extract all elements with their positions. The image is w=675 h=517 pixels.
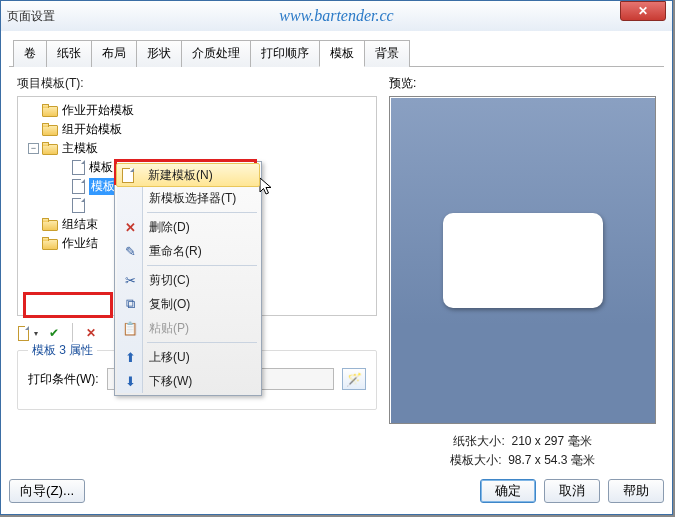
ctx-template-picker[interactable]: 新模板选择器(T) xyxy=(117,186,259,210)
arrow-down-icon: ⬇ xyxy=(122,373,138,389)
right-panel: 预览: 纸张大小: 210 x 297 毫米 模板大小: 98.7 x 54.3… xyxy=(389,75,656,474)
tree-node-label: 模板 xyxy=(89,178,117,195)
check-icon: ✔ xyxy=(49,326,59,340)
folder-icon xyxy=(42,104,58,117)
properties-title: 模板 3 属性 xyxy=(28,342,97,359)
tab-layout[interactable]: 布局 xyxy=(91,40,137,67)
dialog-window: 页面设置 www.bartender.cc ✕ 卷 纸张 布局 形状 介质处理 … xyxy=(0,0,673,515)
ctx-move-down[interactable]: ⬇ 下移(W) xyxy=(117,369,259,393)
tab-shape[interactable]: 形状 xyxy=(136,40,182,67)
dialog-button-bar: 向导(Z)... 确定 取消 帮助 xyxy=(9,476,664,506)
ctx-cut[interactable]: ✂ 剪切(C) xyxy=(117,268,259,292)
tree-node-label: 组结束 xyxy=(62,216,98,233)
copy-icon: ⧉ xyxy=(122,296,138,312)
tree-node-group-start[interactable]: 组开始模板 xyxy=(20,120,374,138)
print-condition-label: 打印条件(W): xyxy=(28,371,99,388)
ctx-item-label: 剪切(C) xyxy=(149,272,190,289)
wizard-button[interactable]: 向导(Z)... xyxy=(9,479,85,503)
ctx-delete[interactable]: ✕ 删除(D) xyxy=(117,215,259,239)
context-menu: 新建模板(N) 新模板选择器(T) ✕ 删除(D) ✎ 重命名(R) ✂ 剪切(… xyxy=(114,161,262,396)
menu-separator xyxy=(147,342,257,343)
tab-media[interactable]: 介质处理 xyxy=(181,40,251,67)
delete-button[interactable]: ✕ xyxy=(80,322,102,344)
ctx-item-label: 新模板选择器(T) xyxy=(149,190,236,207)
tab-roll[interactable]: 卷 xyxy=(13,40,47,67)
client-area: 卷 纸张 布局 形状 介质处理 打印顺序 模板 背景 项目模板(T): 作业开始… xyxy=(9,35,664,470)
paper-size-label: 纸张大小: xyxy=(453,434,504,448)
ctx-item-label: 复制(O) xyxy=(149,296,190,313)
condition-wizard-button[interactable]: 🪄 xyxy=(342,368,366,390)
ctx-move-up[interactable]: ⬆ 上移(U) xyxy=(117,345,259,369)
delete-icon: ✕ xyxy=(86,326,96,340)
template-size-label: 模板大小: xyxy=(450,453,501,467)
ctx-new-template[interactable]: 新建模板(N) xyxy=(116,163,260,187)
ctx-rename[interactable]: ✎ 重命名(R) xyxy=(117,239,259,263)
folder-icon xyxy=(42,123,58,136)
new-document-icon xyxy=(18,326,29,341)
preview-area xyxy=(389,96,656,424)
folder-icon xyxy=(42,218,58,231)
rename-icon: ✎ xyxy=(122,243,138,259)
folder-open-icon xyxy=(42,142,58,155)
paper-size-row: 纸张大小: 210 x 297 毫米 xyxy=(389,432,656,451)
clipboard-icon: 📋 xyxy=(122,320,138,336)
document-icon xyxy=(72,160,85,175)
close-button[interactable]: ✕ xyxy=(620,1,666,21)
ctx-item-label: 删除(D) xyxy=(149,219,190,236)
tab-printorder[interactable]: 打印顺序 xyxy=(250,40,320,67)
collapse-icon[interactable]: − xyxy=(28,143,39,154)
ctx-item-label: 重命名(R) xyxy=(149,243,202,260)
cancel-button[interactable]: 取消 xyxy=(544,479,600,503)
ctx-item-label: 新建模板(N) xyxy=(148,167,213,184)
tree-node-label: 组开始模板 xyxy=(62,121,122,138)
template-size-value: 98.7 x 54.3 毫米 xyxy=(508,453,595,467)
tree-node-job-start[interactable]: 作业开始模板 xyxy=(20,101,374,119)
ctx-item-label: 下移(W) xyxy=(149,373,192,390)
watermark-url: www.bartender.cc xyxy=(279,7,393,25)
ok-button[interactable]: 确定 xyxy=(480,479,536,503)
ctx-item-label: 上移(U) xyxy=(149,349,190,366)
tab-template[interactable]: 模板 xyxy=(319,40,365,67)
folder-icon xyxy=(42,237,58,250)
delete-icon: ✕ xyxy=(122,219,138,235)
menu-separator xyxy=(147,212,257,213)
chevron-down-icon: ▾ xyxy=(34,329,38,338)
new-document-icon xyxy=(122,167,138,183)
tab-content: 项目模板(T): 作业开始模板 组开始模板 − 主模板 xyxy=(9,67,664,474)
wand-icon: 🪄 xyxy=(346,372,362,387)
ctx-paste: 📋 粘贴(P) xyxy=(117,316,259,340)
ctx-copy[interactable]: ⧉ 复制(O) xyxy=(117,292,259,316)
template-preview-card xyxy=(443,213,603,308)
tab-bar: 卷 纸张 布局 形状 介质处理 打印顺序 模板 背景 xyxy=(9,35,664,67)
preview-info: 纸张大小: 210 x 297 毫米 模板大小: 98.7 x 54.3 毫米 xyxy=(389,432,656,470)
tree-label: 项目模板(T): xyxy=(17,75,377,92)
menu-separator xyxy=(147,265,257,266)
preview-label: 预览: xyxy=(389,75,656,92)
window-title: 页面设置 xyxy=(7,8,55,25)
paper-size-value: 210 x 297 毫米 xyxy=(511,434,591,448)
close-icon: ✕ xyxy=(638,4,648,18)
tree-node-label: 主模板 xyxy=(62,140,98,157)
titlebar: 页面设置 www.bartender.cc ✕ xyxy=(1,1,672,31)
document-icon xyxy=(72,179,85,194)
tree-node-label: 作业结 xyxy=(62,235,98,252)
template-size-row: 模板大小: 98.7 x 54.3 毫米 xyxy=(389,451,656,470)
tree-node-main-templates[interactable]: − 主模板 xyxy=(20,139,374,157)
new-template-button[interactable]: ▾ xyxy=(17,322,39,344)
approve-button[interactable]: ✔ xyxy=(43,322,65,344)
document-icon xyxy=(72,198,85,213)
help-button[interactable]: 帮助 xyxy=(608,479,664,503)
tab-paper[interactable]: 纸张 xyxy=(46,40,92,67)
tree-node-label: 作业开始模板 xyxy=(62,102,134,119)
ctx-item-label: 粘贴(P) xyxy=(149,320,189,337)
separator xyxy=(72,323,73,343)
scissors-icon: ✂ xyxy=(122,272,138,288)
tab-background[interactable]: 背景 xyxy=(364,40,410,67)
arrow-up-icon: ⬆ xyxy=(122,349,138,365)
